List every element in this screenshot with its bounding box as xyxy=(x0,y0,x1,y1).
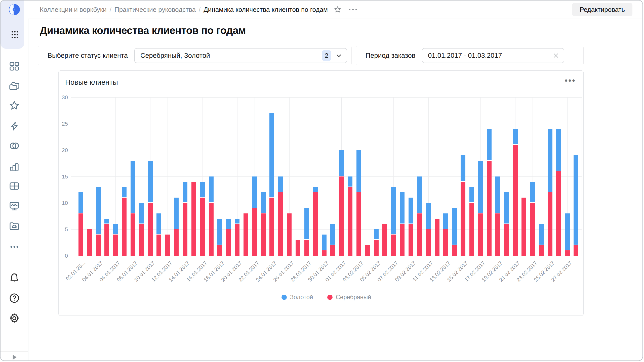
bar-16.02.2017-Золотой[interactable] xyxy=(469,187,474,202)
bar-30.01.2017-Золотой[interactable] xyxy=(322,235,327,250)
bar-28.02.2017-Золотой[interactable] xyxy=(574,155,578,245)
datalens-logo-icon[interactable] xyxy=(8,4,20,16)
bar-03.01.2017-Серебряный[interactable] xyxy=(87,229,92,256)
bar-24.02.2017-Серебряный[interactable] xyxy=(539,245,544,256)
bar-05.02.2017-Серебряный[interactable] xyxy=(374,240,379,256)
bar-06.01.2017-Серебряный[interactable] xyxy=(113,235,118,256)
status-select[interactable]: Серебряный, Золотой 2 xyxy=(134,48,347,63)
bar-02.02.2017-Серебряный[interactable] xyxy=(348,187,352,256)
bar-21.02.2017-Золотой[interactable] xyxy=(513,129,518,144)
sidebar-item-collections[interactable] xyxy=(8,80,20,92)
chart-menu-icon[interactable]: ••• xyxy=(565,76,576,85)
bar-03.02.2017-Золотой[interactable] xyxy=(356,150,361,192)
bar-06.02.2017-Серебряный[interactable] xyxy=(382,224,387,256)
services-grid-icon[interactable] xyxy=(11,30,19,40)
bar-20.01.2017-Серебряный[interactable] xyxy=(235,224,239,256)
bar-05.01.2017-Золотой[interactable] xyxy=(104,219,109,223)
bar-10.02.2017-Серебряный[interactable] xyxy=(417,213,422,256)
bar-30.01.2017-Серебряный[interactable] xyxy=(322,250,327,256)
legend-item-Золотой[interactable]: Золотой xyxy=(281,294,313,301)
bar-11.01.2017-Золотой[interactable] xyxy=(156,213,161,234)
bar-12.01.2017-Серебряный[interactable] xyxy=(165,235,170,256)
bar-02.01.2017-Серебряный[interactable] xyxy=(78,213,83,256)
bar-06.01.2017-Золотой[interactable] xyxy=(113,224,118,234)
bar-17.02.2017-Серебряный[interactable] xyxy=(478,213,483,256)
bar-14.02.2017-Золотой[interactable] xyxy=(452,208,457,245)
bar-09.01.2017-Серебряный[interactable] xyxy=(139,224,144,256)
bar-25.01.2017-Золотой[interactable] xyxy=(278,176,283,192)
bar-08.02.2017-Серебряный[interactable] xyxy=(400,224,405,256)
bar-07.02.2017-Серебряный[interactable] xyxy=(391,235,396,256)
bar-21.02.2017-Серебряный[interactable] xyxy=(513,145,518,256)
sidebar-item-charts[interactable] xyxy=(8,160,20,172)
bar-19.01.2017-Серебряный[interactable] xyxy=(226,229,231,256)
bar-22.02.2017-Серебряный[interactable] xyxy=(521,198,526,256)
bar-20.02.2017-Золотой[interactable] xyxy=(504,192,509,223)
favorite-star-icon[interactable] xyxy=(333,5,342,14)
bar-16.01.2017-Золотой[interactable] xyxy=(200,182,205,197)
sidebar-item-more[interactable] xyxy=(8,241,20,253)
bar-11.02.2017-Золотой[interactable] xyxy=(426,203,431,229)
sidebar-item-favorites[interactable] xyxy=(8,100,20,112)
bar-15.02.2017-Серебряный[interactable] xyxy=(461,182,465,256)
bar-16.01.2017-Серебряный[interactable] xyxy=(200,198,205,256)
bar-11.02.2017-Серебряный[interactable] xyxy=(426,229,431,256)
bar-12.02.2017-Серебряный[interactable] xyxy=(435,219,439,256)
bar-09.02.2017-Золотой[interactable] xyxy=(409,198,413,223)
bar-02.01.2017-Золотой[interactable] xyxy=(78,192,83,213)
breadcrumb-more-icon[interactable] xyxy=(349,9,357,10)
bar-24.02.2017-Золотой[interactable] xyxy=(539,224,544,245)
bar-11.01.2017-Серебряный[interactable] xyxy=(156,235,161,256)
bar-04.01.2017-Серебряный[interactable] xyxy=(96,235,101,256)
bar-26.02.2017-Серебряный[interactable] xyxy=(556,171,561,256)
notifications-bell-icon[interactable] xyxy=(8,272,20,284)
bar-28.01.2017-Золотой[interactable] xyxy=(304,208,309,239)
bar-04.02.2017-Серебряный[interactable] xyxy=(365,245,370,256)
bar-24.01.2017-Серебряный[interactable] xyxy=(269,198,274,256)
clear-period-icon[interactable] xyxy=(552,52,560,59)
bar-10.01.2017-Серебряный[interactable] xyxy=(148,203,153,256)
bar-01.02.2017-Серебряный[interactable] xyxy=(339,176,344,256)
bar-18.02.2017-Золотой[interactable] xyxy=(487,129,492,160)
bar-31.01.2017-Серебряный[interactable] xyxy=(330,245,335,256)
bar-14.01.2017-Серебряный[interactable] xyxy=(183,203,187,256)
bar-25.02.2017-Золотой[interactable] xyxy=(548,129,552,192)
sidebar-item-apps-grid[interactable] xyxy=(8,60,20,72)
bar-10.02.2017-Золотой[interactable] xyxy=(417,176,422,213)
bar-25.02.2017-Серебряный[interactable] xyxy=(548,192,552,256)
bar-13.02.2017-Серебряный[interactable] xyxy=(443,229,448,256)
bar-19.01.2017-Золотой[interactable] xyxy=(226,219,231,229)
sidebar-item-dashboards[interactable] xyxy=(8,200,20,212)
bar-28.02.2017-Серебряный[interactable] xyxy=(574,245,578,256)
bar-17.02.2017-Золотой[interactable] xyxy=(478,161,483,213)
bar-31.01.2017-Золотой[interactable] xyxy=(330,224,335,245)
sidebar-item-storage[interactable] xyxy=(8,220,20,232)
bar-24.01.2017-Золотой[interactable] xyxy=(269,113,274,197)
bar-16.02.2017-Серебряный[interactable] xyxy=(469,203,474,256)
settings-gear-icon[interactable] xyxy=(8,312,20,324)
bar-08.01.2017-Серебряный[interactable] xyxy=(131,213,135,256)
bar-02.02.2017-Золотой[interactable] xyxy=(348,176,352,187)
bar-04.01.2017-Золотой[interactable] xyxy=(96,187,101,234)
bar-13.01.2017-Серебряный[interactable] xyxy=(174,229,179,256)
sidebar-item-datasets[interactable] xyxy=(8,140,20,152)
bar-26.02.2017-Золотой[interactable] xyxy=(556,129,561,171)
bar-05.02.2017-Золотой[interactable] xyxy=(374,229,379,239)
bar-29.01.2017-Золотой[interactable] xyxy=(313,187,318,192)
bar-15.02.2017-Золотой[interactable] xyxy=(461,155,465,181)
sidebar-item-tables[interactable] xyxy=(8,180,20,192)
bar-23.02.2017-Серебряный[interactable] xyxy=(530,203,535,256)
bar-25.01.2017-Серебряный[interactable] xyxy=(278,192,283,256)
breadcrumb-guides[interactable]: Практические руководства xyxy=(114,6,196,14)
bar-17.01.2017-Серебряный[interactable] xyxy=(209,203,214,256)
bar-13.01.2017-Золотой[interactable] xyxy=(174,198,179,229)
bar-07.01.2017-Золотой[interactable] xyxy=(122,187,127,197)
sidebar-expand-icon[interactable] xyxy=(11,353,18,360)
bar-10.01.2017-Золотой[interactable] xyxy=(148,161,153,202)
bar-19.02.2017-Серебряный[interactable] xyxy=(495,213,500,256)
bar-07.02.2017-Золотой[interactable] xyxy=(391,187,396,234)
bar-05.01.2017-Серебряный[interactable] xyxy=(104,224,109,256)
bar-01.02.2017-Золотой[interactable] xyxy=(339,150,344,176)
bar-23.02.2017-Золотой[interactable] xyxy=(530,182,535,202)
bar-09.02.2017-Серебряный[interactable] xyxy=(409,224,413,256)
